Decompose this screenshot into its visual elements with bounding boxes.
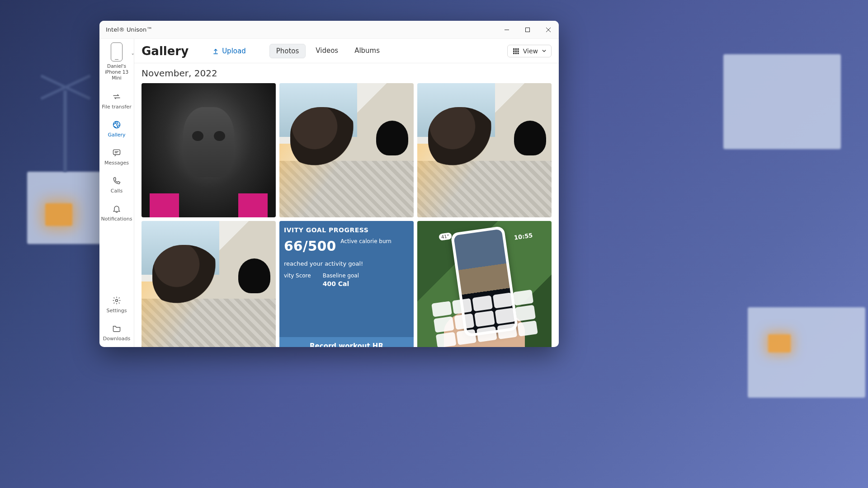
- aperture-icon: [112, 120, 122, 130]
- upload-label: Upload: [222, 47, 246, 55]
- upload-button[interactable]: Upload: [212, 47, 246, 55]
- device-label: Daniel's iPhone 13 Mini: [101, 63, 132, 81]
- chevron-down-icon: ⌄: [131, 51, 135, 56]
- page-title: Gallery: [142, 44, 189, 58]
- close-button[interactable]: [538, 21, 559, 38]
- grid-icon: [512, 47, 519, 55]
- sidebar-item-label: File transfer: [102, 104, 131, 110]
- sidebar-item-messages[interactable]: Messages: [99, 143, 134, 171]
- fit-record-button: Record workout HR: [279, 337, 414, 347]
- chevron-down-icon: [542, 48, 547, 53]
- svg-rect-12: [513, 50, 514, 52]
- sidebar-item-label: Downloads: [103, 336, 130, 342]
- titlebar: Intel® Unison™: [99, 21, 559, 39]
- fit-message: reached your activity goal!: [284, 260, 409, 267]
- folder-icon: [112, 324, 122, 333]
- sidebar-item-calls[interactable]: Calls: [99, 171, 134, 199]
- gear-icon: [112, 296, 122, 305]
- sidebar-item-settings[interactable]: Settings: [99, 291, 134, 319]
- svg-rect-5: [113, 150, 120, 155]
- svg-rect-10: [515, 48, 516, 50]
- sidebar-item-label: Settings: [106, 308, 127, 314]
- app-window: Intel® Unison™ ⌄ Daniel's iPhone 13 Mini: [99, 21, 559, 347]
- phone-temp: 41°: [439, 232, 452, 241]
- svg-rect-9: [513, 48, 514, 50]
- svg-rect-15: [513, 52, 514, 54]
- svg-point-8: [116, 300, 118, 302]
- tab-videos[interactable]: Videos: [309, 44, 344, 58]
- svg-rect-13: [515, 50, 516, 52]
- minimize-button[interactable]: [496, 21, 517, 38]
- sidebar-item-label: Notifications: [101, 216, 132, 222]
- transfer-icon: [112, 92, 122, 102]
- window-title: Intel® Unison™: [106, 26, 152, 33]
- svg-rect-16: [515, 52, 516, 54]
- photo-thumbnail[interactable]: [417, 83, 552, 217]
- svg-rect-1: [526, 28, 530, 32]
- chat-icon: [112, 148, 122, 158]
- bell-icon: [112, 204, 122, 214]
- sidebar-item-label: Messages: [104, 160, 129, 166]
- svg-rect-11: [517, 48, 519, 50]
- phone-clock: 10:55: [514, 232, 533, 241]
- view-button[interactable]: View: [507, 45, 552, 57]
- sidebar-item-notifications[interactable]: Notifications: [99, 199, 134, 227]
- month-header: November, 2022: [142, 68, 552, 79]
- view-label: View: [523, 47, 538, 55]
- sidebar-item-label: Calls: [111, 188, 123, 194]
- photo-thumbnail[interactable]: 41° 10:55: [417, 221, 552, 347]
- sidebar-item-file-transfer[interactable]: File transfer: [99, 87, 134, 115]
- fit-header: IVITY GOAL PROGRESS: [284, 226, 409, 234]
- tab-photos[interactable]: Photos: [269, 44, 306, 58]
- photo-thumbnail[interactable]: IVITY GOAL PROGRESS 66/500 Active calori…: [279, 221, 414, 347]
- sidebar-item-gallery[interactable]: Gallery: [99, 115, 134, 143]
- sidebar: ⌄ Daniel's iPhone 13 Mini File transfer …: [99, 39, 134, 347]
- phone-icon: [111, 42, 123, 61]
- svg-rect-17: [517, 52, 519, 54]
- photo-thumbnail[interactable]: [142, 221, 276, 347]
- svg-rect-14: [517, 50, 519, 52]
- photo-thumbnail[interactable]: [279, 83, 414, 217]
- toolbar: Gallery Upload Photos Videos Albums View: [134, 39, 559, 63]
- fit-progress: 66/500: [284, 238, 336, 254]
- gallery-content: November, 2022 IVITY GOAL PROGRESS 66/50…: [134, 63, 559, 347]
- device-selector[interactable]: ⌄ Daniel's iPhone 13 Mini: [99, 42, 134, 81]
- sidebar-item-label: Gallery: [108, 132, 125, 138]
- maximize-button[interactable]: [517, 21, 538, 38]
- photo-thumbnail[interactable]: [142, 83, 276, 217]
- tab-albums[interactable]: Albums: [348, 44, 386, 58]
- fit-progress-sub: Active calorie burn: [340, 238, 392, 244]
- sidebar-item-downloads[interactable]: Downloads: [99, 319, 134, 347]
- phone-call-icon: [112, 176, 122, 186]
